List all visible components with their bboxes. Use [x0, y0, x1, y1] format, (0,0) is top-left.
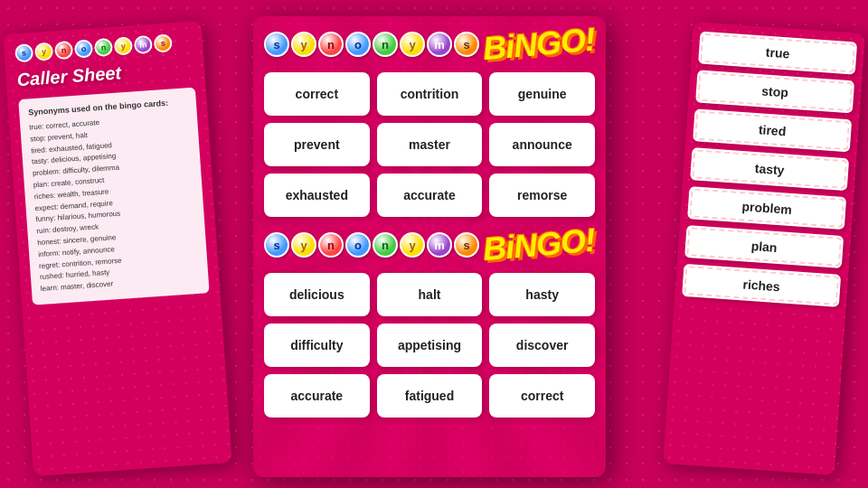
bingo-cell: accurate	[377, 174, 483, 217]
logo2-n2: n	[373, 232, 398, 258]
logo-ball-m: m	[134, 35, 153, 54]
logo2-n1: n	[318, 232, 344, 258]
bingo-title-2: BiNGO!	[481, 221, 596, 269]
logo-main-y: y	[291, 32, 316, 57]
bingo-cell: discover	[489, 324, 595, 367]
bingo-cell: difficulty	[264, 324, 370, 367]
bingo-cell: exhausted	[264, 174, 370, 217]
synonyms-logo-main: s y n o n y m s	[264, 32, 479, 57]
bingo-cell: delicious	[264, 273, 370, 316]
bingo-cell: prevent	[264, 123, 370, 166]
bingo-cell-appetising: appetising	[377, 324, 483, 367]
caller-content-box: Synonyms used on the bingo cards: true: …	[18, 88, 209, 305]
logo-main-o: o	[345, 32, 371, 57]
bingo-cell: genuine	[489, 72, 595, 116]
word-card-true: true	[698, 32, 857, 75]
logo-main-n1: n	[318, 32, 344, 57]
word-card-riches: riches	[682, 264, 841, 307]
logo-ball-o: o	[74, 39, 93, 58]
logo-ball-n2: n	[94, 38, 113, 57]
bingo-cell: master	[377, 123, 483, 166]
caller-sheet-card: s y n o n y m s Caller Sheet Synonyms us…	[3, 21, 232, 476]
word-card-tasty: tasty	[690, 147, 849, 191]
word-card-tired: tired	[693, 108, 852, 152]
logo-ball-s2: s	[154, 33, 173, 52]
word-cards-panel: true stop tired tasty problem plan riche…	[663, 22, 865, 475]
bingo-cell: halt	[377, 273, 483, 316]
word-card-plan: plan	[684, 225, 844, 268]
bingo-title: BiNGO!	[481, 21, 596, 69]
logo2-y: y	[291, 232, 316, 258]
bingo-cell: contrition	[377, 72, 483, 116]
synonyms-logo-small: s y n o n y m s	[14, 33, 193, 63]
word-cards-container: true stop tired tasty problem plan riche…	[674, 22, 864, 316]
logo2-s2: s	[454, 232, 479, 258]
bingo-cell: hasty	[489, 273, 595, 316]
logo-ball-n1: n	[54, 41, 73, 60]
bingo-cell: remorse	[489, 174, 595, 217]
bingo-cell: accurate	[264, 374, 370, 418]
logo-ball-s: s	[14, 43, 33, 62]
logo-main-n2: n	[373, 32, 398, 57]
caller-list: true: correct, accurate stop: prevent, h…	[29, 111, 200, 296]
bingo-grid-1: correct contrition genuine prevent maste…	[264, 72, 595, 217]
logo2-o: o	[345, 232, 371, 258]
logo2-m: m	[427, 232, 452, 258]
bingo-header-2: s y n o n y m s BiNGO!	[264, 226, 595, 264]
caller-sheet-title: Caller Sheet	[16, 58, 194, 91]
logo2-y2: y	[400, 232, 425, 258]
bingo-cell: correct	[264, 72, 370, 116]
word-card-problem: problem	[687, 186, 846, 230]
logo-main-s: s	[264, 32, 289, 57]
logo-main-m: m	[427, 32, 452, 57]
bingo-cell: correct	[489, 374, 595, 418]
word-card-stop: stop	[695, 70, 854, 113]
bingo-card-main: s y n o n y m s BiNGO! correct contritio…	[253, 16, 606, 477]
logo-ball-y2: y	[114, 36, 133, 55]
synonyms-logo-main-2: s y n o n y m s	[264, 232, 479, 258]
bingo-header: s y n o n y m s BiNGO!	[264, 25, 595, 63]
bingo-grid-2: delicious halt hasty difficulty appetisi…	[264, 273, 595, 418]
logo-ball-y: y	[34, 42, 53, 61]
bingo-cell-announce: announce	[489, 123, 595, 166]
logo2-s: s	[264, 232, 289, 258]
logo-main-s2: s	[454, 32, 479, 57]
bingo-cell: fatigued	[377, 374, 483, 418]
logo-main-y2: y	[400, 32, 425, 57]
